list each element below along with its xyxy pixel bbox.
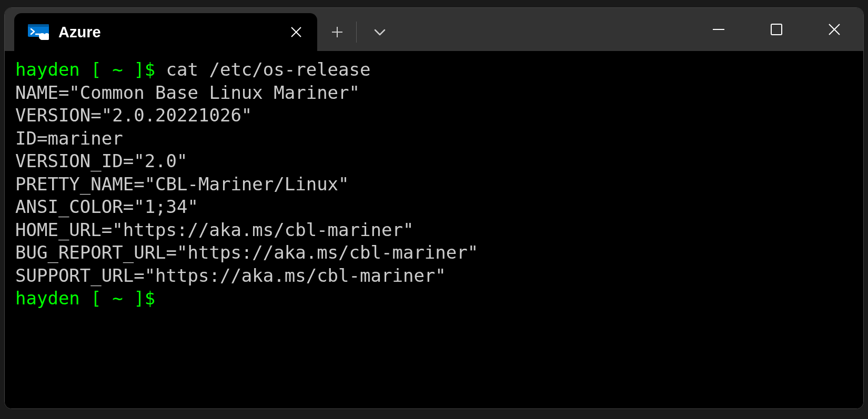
divider bbox=[356, 22, 357, 43]
svg-rect-1 bbox=[28, 24, 49, 27]
tab-close-button[interactable] bbox=[286, 22, 307, 43]
terminal-window: Azure bbox=[4, 7, 864, 409]
maximize-icon bbox=[770, 23, 783, 36]
tab-dropdown-button[interactable] bbox=[364, 17, 396, 47]
output-line: SUPPORT_URL="https://aka.ms/cbl-mariner" bbox=[15, 265, 446, 286]
chevron-down-icon bbox=[374, 28, 386, 36]
minimize-icon bbox=[712, 23, 725, 36]
svg-rect-11 bbox=[771, 24, 782, 35]
shell-prompt: hayden [ ~ ]$ bbox=[15, 59, 166, 80]
tab-azure[interactable]: Azure bbox=[14, 13, 317, 51]
output-line: ID=mariner bbox=[15, 128, 123, 149]
close-icon bbox=[827, 23, 841, 36]
tab-actions bbox=[317, 13, 396, 51]
plus-icon bbox=[331, 26, 344, 38]
maximize-button[interactable] bbox=[748, 8, 805, 51]
new-tab-button[interactable] bbox=[321, 17, 353, 47]
minimize-button[interactable] bbox=[690, 8, 748, 51]
shell-command: cat /etc/os-release bbox=[166, 59, 371, 80]
azure-cloud-shell-icon bbox=[28, 24, 49, 40]
close-window-button[interactable] bbox=[805, 8, 863, 51]
tab-area: Azure bbox=[5, 8, 396, 51]
output-line: NAME="Common Base Linux Mariner" bbox=[15, 82, 360, 103]
terminal-body[interactable]: hayden [ ~ ]$ cat /etc/os-release NAME="… bbox=[5, 51, 863, 408]
output-line: VERSION="2.0.20221026" bbox=[15, 105, 252, 126]
tab-title: Azure bbox=[58, 24, 286, 41]
output-line: PRETTY_NAME="CBL-Mariner/Linux" bbox=[15, 173, 349, 195]
close-icon bbox=[290, 26, 302, 38]
output-line: HOME_URL="https://aka.ms/cbl-mariner" bbox=[15, 219, 413, 240]
window-controls bbox=[690, 8, 863, 51]
shell-prompt: hayden [ ~ ]$ bbox=[15, 288, 166, 309]
output-line: VERSION_ID="2.0" bbox=[15, 150, 188, 171]
output-line: BUG_REPORT_URL="https://aka.ms/cbl-marin… bbox=[15, 242, 478, 263]
output-line: ANSI_COLOR="1;34" bbox=[15, 196, 198, 217]
titlebar: Azure bbox=[5, 8, 863, 51]
